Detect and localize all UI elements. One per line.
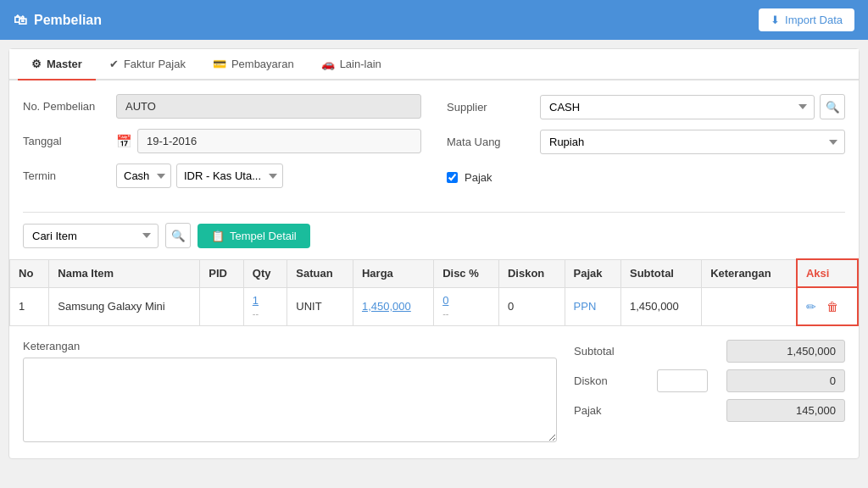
tab-lain-label: Lain-lain xyxy=(340,58,381,70)
calendar-icon: 📅 xyxy=(116,134,132,149)
copy-icon: 📋 xyxy=(211,230,225,242)
tab-master[interactable]: ⚙ Master xyxy=(18,49,96,80)
col-pid: PID xyxy=(200,259,244,287)
pembayaran-icon: 💳 xyxy=(213,58,226,70)
col-aksi: Aksi xyxy=(797,259,858,287)
cell-disc: 0 -- xyxy=(434,287,499,325)
faktur-icon: ✔ xyxy=(109,58,119,70)
delete-icon[interactable]: 🗑 xyxy=(826,300,838,313)
import-icon: ⬇ xyxy=(771,14,780,26)
tab-faktur-pajak[interactable]: ✔ Faktur Pajak xyxy=(96,49,199,80)
cell-pid xyxy=(200,287,244,325)
no-pembelian-input[interactable] xyxy=(116,94,421,119)
mata-uang-row: Mata Uang Rupiah xyxy=(447,130,845,154)
termin-row: Termin Cash IDR - Kas Uta... xyxy=(23,164,421,188)
termin-select1[interactable]: Cash xyxy=(116,164,171,188)
pajak-value: 145,000 xyxy=(726,399,845,422)
qty-link[interactable]: 1 xyxy=(253,294,259,307)
mata-uang-select[interactable]: Rupiah xyxy=(540,130,845,154)
no-pembelian-row: No. Pembelian xyxy=(23,94,421,119)
col-satuan: Satuan xyxy=(287,259,353,287)
pajak-label[interactable]: Pajak xyxy=(465,171,492,184)
import-data-button[interactable]: ⬇ Import Data xyxy=(759,8,854,31)
cell-no: 1 xyxy=(10,287,49,325)
cell-keterangan xyxy=(702,287,797,325)
table-row: 1 Samsung Galaxy Mini 1 -- UNIT 1,450,00… xyxy=(10,287,859,325)
app-title: 🛍 Pembelian xyxy=(14,13,102,28)
termin-inputs: Cash IDR - Kas Uta... xyxy=(116,164,283,188)
app-header: 🛍 Pembelian ⬇ Import Data xyxy=(0,0,868,40)
app-title-text: Pembelian xyxy=(34,13,102,28)
master-icon: ⚙ xyxy=(31,58,42,70)
tab-bar: ⚙ Master ✔ Faktur Pajak 💳 Pembayaran 🚗 L… xyxy=(9,49,859,80)
supplier-label: Supplier xyxy=(447,101,531,114)
harga-link[interactable]: 1,450,000 xyxy=(362,300,411,313)
pajak-row: Pajak 145,000 xyxy=(574,399,845,422)
cell-harga: 1,450,000 xyxy=(353,287,433,325)
col-disc: Disc % xyxy=(434,259,499,287)
supplier-select[interactable]: CASH xyxy=(540,95,815,119)
import-btn-label: Import Data xyxy=(785,14,843,26)
cell-nama-item: Samsung Galaxy Mini xyxy=(49,287,200,325)
shopping-bag-icon: 🛍 xyxy=(14,13,27,28)
edit-icon[interactable]: ✏ xyxy=(806,300,816,313)
tab-lain-lain[interactable]: 🚗 Lain-lain xyxy=(308,49,395,80)
cari-item-search-button[interactable]: 🔍 xyxy=(165,223,191,248)
cell-qty: 1 -- xyxy=(243,287,287,325)
form-section: No. Pembelian Tanggal 📅 Termin Cash xyxy=(9,80,859,212)
tanggal-row: Tanggal 📅 xyxy=(23,129,421,153)
pajak-checkbox[interactable] xyxy=(447,172,458,183)
tab-master-label: Master xyxy=(47,58,82,70)
bottom-section: Keterangan Subtotal 1,450,000 Diskon 0 P… xyxy=(9,326,859,458)
col-harga: Harga xyxy=(353,259,433,287)
col-no: No xyxy=(10,259,49,287)
disc-sub: -- xyxy=(442,308,448,319)
keterangan-label: Keterangan xyxy=(23,340,557,352)
form-left: No. Pembelian Tanggal 📅 Termin Cash xyxy=(23,94,421,198)
main-content: ⚙ Master ✔ Faktur Pajak 💳 Pembayaran 🚗 L… xyxy=(8,48,860,459)
keterangan-area: Keterangan xyxy=(23,340,557,445)
search-bar: Cari Item 🔍 📋 Tempel Detail xyxy=(9,213,859,258)
supplier-row: Supplier CASH 🔍 xyxy=(447,94,845,119)
col-subtotal: Subtotal xyxy=(620,259,701,287)
diskon-input[interactable] xyxy=(657,369,708,392)
qty-sub: -- xyxy=(253,308,259,319)
pajak-total-label: Pajak xyxy=(574,404,642,417)
lain-icon: 🚗 xyxy=(321,58,335,70)
diskon-value: 0 xyxy=(726,369,845,392)
cell-diskon: 0 xyxy=(498,287,565,325)
termin-select2[interactable]: IDR - Kas Uta... xyxy=(176,164,283,188)
mata-uang-label: Mata Uang xyxy=(447,136,531,148)
subtotal-row: Subtotal 1,450,000 xyxy=(574,340,845,363)
supplier-search-button[interactable]: 🔍 xyxy=(820,94,845,119)
col-keterangan: Keterangan xyxy=(702,259,797,287)
tempel-btn-label: Tempel Detail xyxy=(230,230,297,242)
cell-aksi: ✏ 🗑 xyxy=(797,287,858,325)
tab-pembayaran[interactable]: 💳 Pembayaran xyxy=(199,49,308,80)
no-pembelian-label: No. Pembelian xyxy=(23,100,108,113)
cari-item-select[interactable]: Cari Item xyxy=(23,224,159,248)
col-diskon: Diskon xyxy=(498,259,565,287)
form-right: Supplier CASH 🔍 Mata Uang Rupiah xyxy=(447,94,845,198)
tab-faktur-label: Faktur Pajak xyxy=(124,58,186,70)
cell-satuan: UNIT xyxy=(287,287,353,325)
col-nama-item: Nama Item xyxy=(49,259,200,287)
tab-pembayaran-label: Pembayaran xyxy=(231,58,294,70)
items-table-container: No Nama Item PID Qty Satuan Harga Disc %… xyxy=(9,258,859,326)
cell-pajak: PPN xyxy=(565,287,620,325)
subtotal-label: Subtotal xyxy=(574,345,642,358)
pajak-row: Pajak xyxy=(447,164,845,184)
search-icon: 🔍 xyxy=(826,101,840,114)
supplier-input-group: CASH 🔍 xyxy=(540,94,845,119)
keterangan-textarea[interactable] xyxy=(23,358,557,442)
tempel-detail-button[interactable]: 📋 Tempel Detail xyxy=(198,224,310,248)
items-table: No Nama Item PID Qty Satuan Harga Disc %… xyxy=(9,258,859,326)
col-qty: Qty xyxy=(243,259,287,287)
search-icon: 🔍 xyxy=(171,230,186,242)
totals-section: Subtotal 1,450,000 Diskon 0 Pajak 145,00… xyxy=(574,340,845,445)
tanggal-input[interactable] xyxy=(137,129,421,153)
cell-subtotal: 1,450,000 xyxy=(620,287,701,325)
tanggal-label: Tanggal xyxy=(23,135,108,147)
diskon-row: Diskon 0 xyxy=(574,369,845,392)
disc-link[interactable]: 0 xyxy=(442,294,448,307)
